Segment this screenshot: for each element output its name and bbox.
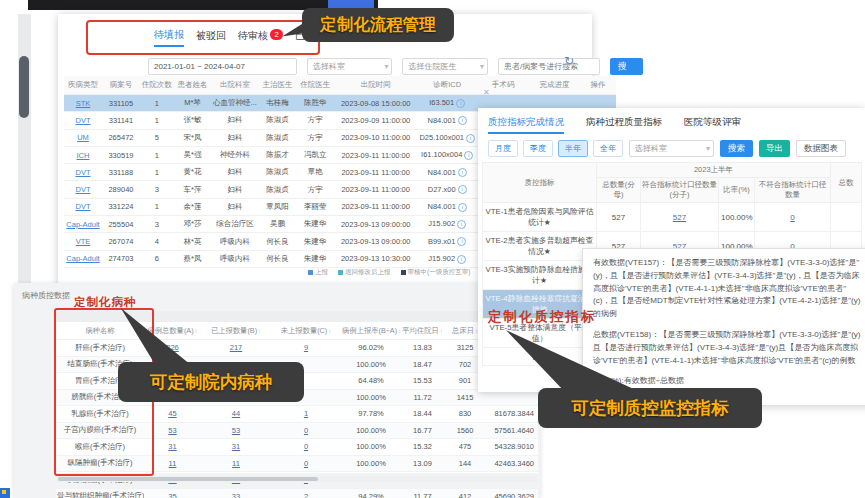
period-全年[interactable]: 全年 <box>593 140 623 157</box>
count-link[interactable]: 53 <box>232 426 240 435</box>
count-link[interactable]: 33 <box>232 492 240 498</box>
column-header[interactable]: 已上报数量(B) <box>201 322 271 340</box>
date-range-picker[interactable]: 2021-01-01 ~ 2024-04-07 <box>148 58 297 75</box>
count-link[interactable]: 527 <box>673 213 686 222</box>
search-input[interactable] <box>504 62 594 71</box>
column-header[interactable]: 主治医生 <box>258 76 296 95</box>
count-link[interactable]: 11 <box>169 459 177 468</box>
column-header[interactable]: 操作 <box>580 76 616 95</box>
case-type-link[interactable]: STK <box>76 99 91 108</box>
department-select[interactable]: 选择科室 ▾ <box>307 58 393 75</box>
case-type-link[interactable]: UM <box>77 133 89 142</box>
table-cell: 15.32 <box>401 439 444 456</box>
horizontal-scrollbar[interactable] <box>56 476 538 482</box>
info-icon[interactable]: i <box>458 203 467 212</box>
count-link[interactable]: 0 <box>304 426 308 435</box>
table-row[interactable]: 子宫内膜癌(手术治疗)53530100.00%16.77156057561.46… <box>56 422 538 439</box>
table-cell: 2023-09-08 15:00:00 <box>334 95 417 112</box>
info-icon[interactable]: i <box>458 168 467 177</box>
column-header[interactable]: 完成进度 <box>529 76 580 95</box>
count-link[interactable]: 31 <box>232 442 240 451</box>
refresh-icon[interactable]: ↻ <box>564 54 574 68</box>
column-header[interactable]: 总数量(分母) <box>597 178 641 203</box>
info-icon[interactable]: i <box>457 255 466 264</box>
close-icon[interactable]: ✕ <box>483 88 490 97</box>
info-icon[interactable]: i <box>457 220 466 229</box>
count-link[interactable]: 35 <box>168 492 176 498</box>
window-scrollbar[interactable] <box>18 14 31 300</box>
column-header[interactable]: 不符合指标统计口径数量 <box>755 178 831 203</box>
tab-病种过程质量指标[interactable]: 病种过程质量指标 <box>586 116 662 134</box>
table-cell: 陈淑贞 <box>258 129 296 146</box>
case-type-link[interactable]: Cap-Adult <box>66 220 99 229</box>
column-header[interactable]: 疾病类型 <box>64 76 102 95</box>
column-header[interactable]: 病例上报率(B÷A) <box>341 322 401 340</box>
table-row[interactable]: 骨与软组织肿瘤(手术治疗)3533294.29%11.7741245690.36… <box>56 488 538 498</box>
period-半年[interactable]: 半年 <box>558 140 588 157</box>
case-type-link[interactable]: VTE <box>76 237 91 246</box>
count-link[interactable]: 0 <box>790 213 794 222</box>
info-icon[interactable]: i <box>464 151 473 160</box>
column-header[interactable]: 患者姓名 <box>173 76 211 95</box>
case-type-link[interactable]: Cap-Adult <box>66 254 99 263</box>
info-icon[interactable]: i <box>457 237 466 246</box>
column-header[interactable]: 出院科室 <box>211 76 258 95</box>
column-header[interactable]: 住院医生 <box>296 76 334 95</box>
table-row[interactable]: 纵隔肿瘤(手术治疗)11110100.00%13.0914442463.3460 <box>56 455 538 472</box>
doctor-select[interactable]: 选择住院医生 ▾ <box>402 58 488 75</box>
table-cell: 330519 <box>102 146 140 163</box>
column-header[interactable]: 比率(%) <box>719 178 755 203</box>
department-select[interactable]: 选择科室 ▾ <box>629 140 714 157</box>
info-icon[interactable]: i <box>458 185 467 194</box>
count-link[interactable]: 9 <box>304 343 308 352</box>
column-header[interactable]: 未上报数量(C) <box>271 322 341 340</box>
count-link[interactable]: 217 <box>230 343 243 352</box>
table-cell: 0 <box>271 439 341 456</box>
scrollbar-thumb[interactable] <box>19 56 29 118</box>
table-row[interactable]: 肝癌(手术治疗)226217996.02%13.833125 <box>56 340 538 357</box>
table-row[interactable]: 喉癌(手术治疗)31310100.00%15.3247554328.9010 <box>56 439 538 456</box>
table-cell: 331224 <box>102 198 140 215</box>
count-link[interactable]: 1 <box>304 409 308 418</box>
period-季度[interactable]: 季度 <box>523 140 553 157</box>
tab-待审核[interactable]: 待审核2 <box>238 29 283 46</box>
info-icon[interactable]: i <box>466 134 475 143</box>
count-link[interactable]: 53 <box>168 426 176 435</box>
chart-button[interactable]: 数据图表 <box>796 140 846 157</box>
search-button[interactable]: 搜索 <box>720 140 753 157</box>
tab-被驳回[interactable]: 被驳回 <box>196 29 226 46</box>
info-icon[interactable]: i <box>456 99 465 108</box>
tab-医院等级评审[interactable]: 医院等级评审 <box>684 116 741 134</box>
search-button[interactable]: 搜索 <box>610 58 643 75</box>
case-type-link[interactable]: DVT <box>75 185 90 194</box>
info-icon[interactable]: i <box>458 116 467 125</box>
case-type-link[interactable]: DVT <box>75 168 90 177</box>
case-type-link[interactable]: DVT <box>75 116 90 125</box>
table-cell: 527 <box>597 203 641 232</box>
period-月度[interactable]: 月度 <box>488 140 518 157</box>
count-link[interactable]: 44 <box>232 409 240 418</box>
count-link[interactable]: 45 <box>168 409 176 418</box>
chevron-down-icon: ▾ <box>384 59 388 74</box>
column-header[interactable]: 符合指标统计口径数量(分子) <box>641 178 719 203</box>
column-header[interactable]: 诊断ICD <box>417 76 477 95</box>
count-link[interactable]: 2 <box>304 492 308 498</box>
count-link[interactable]: 0 <box>304 459 308 468</box>
column-header[interactable]: 平均住院日 <box>401 322 444 340</box>
column-header[interactable]: 出院时间 <box>334 76 417 95</box>
table-row[interactable]: 乳腺癌(手术治疗)4544197.78%18.4483081678.3844 <box>56 406 538 423</box>
tab-待填报[interactable]: 待填报 <box>154 28 184 47</box>
case-type-link[interactable]: ICH <box>77 151 90 160</box>
scrollbar-thumb[interactable] <box>58 477 318 481</box>
count-link[interactable]: 11 <box>232 459 240 468</box>
table-cell: D27.x00i <box>417 181 477 198</box>
case-type-link[interactable]: DVT <box>75 202 90 211</box>
column-header[interactable]: 住院次数 <box>140 76 174 95</box>
export-button[interactable]: 导出 <box>759 140 790 157</box>
count-link[interactable]: 0 <box>304 442 308 451</box>
tab-质控指标完成情况[interactable]: 质控指标完成情况 <box>488 116 564 134</box>
count-link[interactable]: 31 <box>168 442 176 451</box>
table-row[interactable]: VTE-1患者危险因素与风险评估统计★527527100.00%0 <box>483 203 862 232</box>
column-header[interactable]: 病案号 <box>102 76 140 95</box>
table-cell: 289040 <box>102 181 140 198</box>
